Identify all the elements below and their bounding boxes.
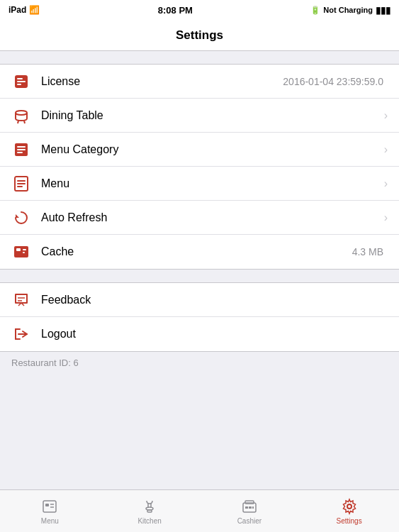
section-gap-middle [0, 270, 399, 282]
svg-rect-22 [45, 504, 49, 506]
tab-kitchen-icon [141, 498, 158, 515]
battery-icon: ▮▮▮ [376, 5, 390, 16]
tab-kitchen-label: Kitchen [137, 517, 161, 525]
status-right: 🔋 Not Charging ▮▮▮ [310, 5, 390, 16]
settings-section-1: License 2016-01-04 23:59:59.0 Dining Tab… [0, 64, 399, 270]
settings-row-cache[interactable]: Cache 4.3 MB [0, 235, 399, 269]
auto-refresh-chevron: › [384, 211, 388, 224]
svg-rect-10 [17, 180, 26, 182]
tab-item-cashier[interactable]: Cashier [200, 490, 300, 532]
feedback-label: Feedback [41, 294, 388, 306]
dining-table-label: Dining Table [41, 109, 380, 122]
svg-rect-28 [245, 501, 254, 504]
auto-refresh-icon [11, 208, 31, 228]
tab-menu-icon [41, 498, 58, 515]
svg-rect-3 [17, 84, 21, 85]
settings-row-feedback[interactable]: Feedback [0, 283, 399, 317]
settings-row-dining-table[interactable]: Dining Table › [0, 99, 399, 133]
svg-rect-29 [245, 506, 248, 509]
menu-category-icon [11, 140, 31, 160]
wifi-icon: 📶 [29, 5, 40, 15]
feedback-icon [11, 290, 31, 310]
footer-restaurant-id: Restaurant ID: 6 [0, 352, 399, 374]
tab-item-kitchen[interactable]: Kitchen [100, 490, 200, 532]
svg-rect-15 [16, 248, 21, 251]
svg-point-32 [347, 504, 352, 509]
license-icon [11, 72, 31, 92]
tab-settings-label: Settings [337, 517, 362, 525]
status-ipad-label: iPad [9, 5, 26, 15]
cache-value: 4.3 MB [352, 246, 383, 257]
settings-row-auto-refresh[interactable]: Auto Refresh › [0, 201, 399, 235]
dining-table-chevron: › [384, 109, 388, 122]
svg-rect-14 [14, 246, 28, 257]
auto-refresh-label: Auto Refresh [41, 211, 380, 224]
tab-item-settings[interactable]: Settings [299, 490, 399, 532]
battery-status-label: Not Charging [323, 6, 373, 14]
settings-section-2: Feedback Logout [0, 282, 399, 352]
settings-row-logout[interactable]: Logout [0, 317, 399, 351]
charging-icon: 🔋 [310, 6, 320, 15]
tab-item-menu[interactable]: Menu [0, 490, 100, 532]
tab-cashier-icon [241, 498, 258, 515]
svg-rect-12 [17, 186, 23, 187]
menu-chevron: › [384, 177, 388, 190]
svg-rect-16 [23, 249, 26, 250]
svg-rect-11 [17, 183, 26, 184]
dining-table-icon [11, 106, 31, 126]
svg-rect-7 [17, 149, 26, 150]
logout-label: Logout [41, 328, 388, 340]
menu-icon [11, 174, 31, 194]
license-value: 2016-01-04 23:59:59.0 [283, 76, 383, 87]
svg-rect-8 [17, 152, 23, 153]
tab-menu-label: Menu [41, 517, 59, 525]
svg-point-4 [16, 111, 27, 115]
svg-rect-17 [23, 252, 25, 253]
settings-row-license[interactable]: License 2016-01-04 23:59:59.0 [0, 65, 399, 99]
svg-rect-30 [249, 506, 252, 509]
status-bar: iPad 📶 8:08 PM 🔋 Not Charging ▮▮▮ [0, 0, 399, 20]
svg-rect-1 [17, 78, 23, 79]
svg-rect-21 [43, 501, 56, 512]
status-time: 8:08 PM [158, 5, 193, 16]
svg-rect-26 [147, 510, 152, 512]
tab-cashier-label: Cashier [237, 517, 262, 525]
svg-rect-2 [17, 81, 26, 82]
tab-bar: Menu Kitchen Cashier [0, 489, 399, 532]
tab-settings-icon [341, 498, 358, 515]
svg-rect-31 [252, 506, 254, 509]
license-label: License [41, 75, 283, 88]
svg-rect-6 [17, 146, 26, 148]
cache-label: Cache [41, 245, 352, 258]
cache-icon [11, 242, 31, 262]
section-gap-top [0, 51, 399, 64]
svg-marker-13 [16, 214, 19, 218]
menu-label: Menu [41, 177, 380, 190]
menu-category-label: Menu Category [41, 143, 380, 156]
page-title: Settings [176, 28, 223, 43]
nav-bar: Settings [0, 20, 399, 51]
settings-row-menu-category[interactable]: Menu Category › [0, 133, 399, 167]
logout-icon [11, 324, 31, 344]
menu-category-chevron: › [384, 143, 388, 156]
settings-row-menu[interactable]: Menu › [0, 167, 399, 201]
status-left: iPad 📶 [9, 5, 40, 15]
